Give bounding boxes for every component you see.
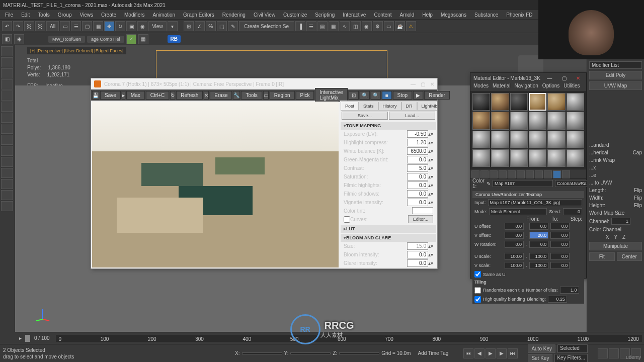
ltool-2[interactable]: [1, 57, 13, 67]
slot-2[interactable]: [491, 93, 509, 111]
menu-help[interactable]: Help: [419, 11, 436, 19]
tab-lightmix[interactable]: LightMix: [417, 102, 437, 111]
selection-filter[interactable]: All: [46, 21, 59, 31]
y-coord[interactable]: [290, 352, 331, 354]
placement-button[interactable]: ◉: [137, 21, 147, 31]
pick-button[interactable]: Pick: [296, 91, 314, 100]
med-tool-1[interactable]: [471, 170, 479, 178]
menu-views[interactable]: Views: [77, 11, 97, 19]
window-cross-button[interactable]: ▦: [93, 21, 103, 31]
tab-dr[interactable]: DR: [401, 102, 417, 111]
play-icon[interactable]: ▸: [122, 91, 125, 100]
material-editor-button[interactable]: ◉: [362, 21, 372, 31]
toggle-ribbon-button[interactable]: ▦: [329, 21, 339, 31]
rotate-button[interactable]: ↻: [115, 21, 125, 31]
med-tool-11[interactable]: [562, 170, 570, 178]
render-preview[interactable]: [92, 102, 339, 267]
render-play-icon[interactable]: ▶: [413, 91, 423, 100]
ltool-12[interactable]: [1, 168, 13, 178]
randomize-checkbox[interactable]: [474, 287, 481, 294]
ltool-8[interactable]: [1, 124, 13, 134]
editor-button[interactable]: Editor...: [408, 215, 433, 223]
save-icon[interactable]: 💾: [92, 91, 99, 100]
edit-named-sel-button[interactable]: ✎: [228, 21, 238, 31]
med-tool-5[interactable]: [508, 170, 516, 178]
slot-21[interactable]: [510, 149, 528, 167]
green-tool[interactable]: ✓: [126, 34, 136, 44]
wrot-from[interactable]: 0.0: [505, 241, 524, 248]
vscale-step[interactable]: 0.0: [550, 262, 570, 269]
mode-dropdown[interactable]: Mesh Element: [489, 208, 547, 215]
uoffset-to[interactable]: 0.0: [529, 223, 548, 230]
slot-11[interactable]: [547, 112, 565, 129]
slot-7[interactable]: [472, 112, 490, 129]
region-icon[interactable]: ▭: [263, 91, 269, 100]
contrast-field[interactable]: 5.0: [407, 164, 428, 172]
nav-1[interactable]: [598, 348, 608, 358]
next-frame-button[interactable]: ▶: [497, 348, 507, 358]
ltool-1[interactable]: [1, 46, 13, 56]
goto-end-button[interactable]: ⏭: [508, 348, 518, 358]
slot-17[interactable]: [547, 131, 565, 148]
menu-grapheditors[interactable]: Graph Editors: [180, 11, 217, 19]
highlight-field[interactable]: 1.20: [407, 139, 428, 146]
manipulate-btn[interactable]: Manipulate: [589, 242, 642, 250]
saturation-field[interactable]: 0.0: [407, 173, 428, 180]
corona-titlebar[interactable]: Corona 7 (Hotfix 1) | 673× 505px (1:1) |…: [91, 78, 437, 89]
ctrlc-button[interactable]: Ctrl+C: [146, 91, 170, 100]
play-button[interactable]: ▶: [486, 348, 496, 358]
load-settings-button[interactable]: Load...: [389, 112, 435, 120]
menu-edit[interactable]: Edit: [18, 11, 33, 19]
modifier-list[interactable]: Modifier List: [589, 61, 642, 69]
zoom-out-icon[interactable]: 🔍: [371, 91, 381, 100]
med-tool-8[interactable]: [535, 170, 543, 178]
grid-tool[interactable]: ▦: [138, 34, 148, 44]
render-button[interactable]: Render: [424, 91, 450, 100]
menu-file[interactable]: File: [2, 11, 16, 19]
med-tool-6[interactable]: [517, 170, 525, 178]
voffset-from[interactable]: 0.0: [505, 232, 524, 239]
slot-19[interactable]: [472, 149, 490, 167]
ltool-13[interactable]: [1, 179, 13, 189]
uoffset-step[interactable]: 0.0: [550, 223, 570, 230]
menu-group[interactable]: Group: [55, 11, 75, 19]
select-button[interactable]: ▭: [60, 21, 70, 31]
spinner-snap-button[interactable]: ⬚: [217, 21, 227, 31]
menu-create[interactable]: Create: [98, 11, 119, 19]
blend-field[interactable]: 0.25: [548, 296, 567, 303]
tab-stats[interactable]: Stats: [359, 102, 378, 111]
glareint-field[interactable]: 0.0: [407, 259, 428, 267]
ltool-3[interactable]: [1, 68, 13, 78]
mirror-button[interactable]: ▐: [295, 21, 305, 31]
input-map-button[interactable]: Map #197 (Marble11_COL_3K.jpg): [488, 199, 582, 206]
setkey-button[interactable]: Set Key: [528, 354, 552, 363]
slot-24[interactable]: [567, 149, 584, 167]
slot-1[interactable]: [472, 93, 490, 111]
add-time-tag[interactable]: Add Time Tag: [418, 350, 448, 356]
nav-2[interactable]: [609, 348, 619, 358]
unlink-button[interactable]: ⛓: [35, 21, 45, 31]
slot-8[interactable]: [491, 112, 509, 129]
med-maximize[interactable]: ▢: [559, 75, 570, 81]
ltool-11[interactable]: [1, 157, 13, 167]
med-menu-material[interactable]: Material: [493, 83, 511, 91]
menu-modifiers[interactable]: Modifiers: [121, 11, 148, 19]
slot-9[interactable]: [510, 112, 528, 129]
stop-icon[interactable]: ■: [382, 91, 392, 100]
vignette-field[interactable]: 0.0: [407, 199, 428, 206]
med-tool-3[interactable]: [490, 170, 498, 178]
med-minimize[interactable]: —: [544, 75, 555, 81]
menu-arnold[interactable]: Arnold: [396, 11, 417, 19]
tools-button[interactable]: Tools: [241, 91, 262, 100]
menu-animation[interactable]: Animation: [150, 11, 178, 19]
named-sel-set[interactable]: Create Selection Se: [239, 21, 294, 31]
angle-snap-button[interactable]: ∠: [195, 21, 205, 31]
ltool-7[interactable]: [1, 113, 13, 123]
undo-button[interactable]: ↶: [2, 21, 12, 31]
tonemap-section[interactable]: TONE MAPPING: [341, 122, 436, 130]
slot-5[interactable]: [547, 93, 565, 111]
erase-button[interactable]: Erase: [210, 91, 232, 100]
select-name-button[interactable]: ☰: [71, 21, 81, 31]
colortint-swatch[interactable]: [412, 207, 433, 214]
slot-16[interactable]: [529, 131, 546, 148]
